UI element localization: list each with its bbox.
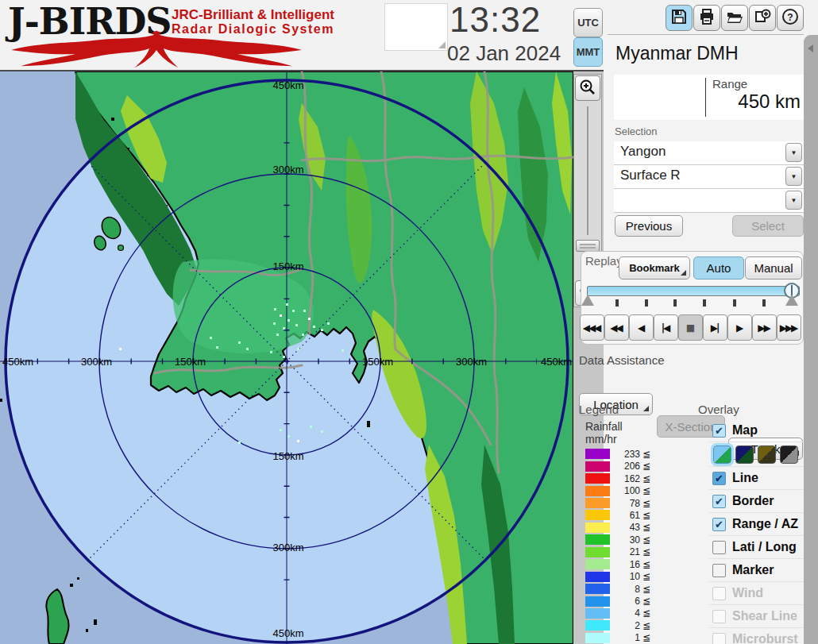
checkbox [712,587,726,600]
resize-grip-icon[interactable] [438,41,446,48]
legend-operator: ≦ [642,584,650,595]
chevron-down-icon[interactable]: ▼ [785,191,802,210]
checkbox [712,633,726,644]
play-button[interactable]: ▶ [727,314,752,341]
timezone-mmt-button[interactable]: MMT [573,37,603,67]
select-button: Select [732,215,804,237]
open-folder-button[interactable] [721,5,748,31]
help-button[interactable]: ? [777,5,804,31]
replay-label: Replay [585,254,623,268]
legend-value: 30 [610,534,640,546]
slider-tick [733,299,736,307]
eagle-logo-icon [5,30,308,73]
legend-value: 10 [610,571,640,582]
legend-value: 78 [610,498,640,509]
station-name: Myanmar DMH [615,43,739,64]
map-style-olive-khaki[interactable] [758,445,776,464]
auto-button[interactable]: Auto [693,256,744,280]
legend-row: 2≦ [585,619,661,631]
legend-value: 1 [610,632,640,643]
previous-button[interactable]: Previous [615,215,683,237]
overlay-list: ✔Map✔Line✔Border✔Range / AZLati / LongMa… [709,419,804,644]
legend-swatch [585,559,610,569]
chevron-down-icon[interactable]: ▼ [785,143,802,162]
checkbox[interactable]: ✔ [712,424,726,438]
station-logo-box[interactable] [384,3,448,51]
legend-swatch [585,584,610,594]
overlay-item-range-az: ✔Range / AZ [709,513,804,536]
legend-operator: ≦ [642,620,650,631]
svg-text:450km: 450km [272,79,303,91]
slider-tick [703,299,706,307]
play-reverse-button[interactable]: ◀ [629,314,654,341]
overlay-item-border: ✔Border [709,490,804,513]
print-button[interactable] [693,5,720,31]
chevron-down-icon[interactable]: ▼ [785,167,802,186]
legend-value: 16 [610,559,640,570]
overlay-item-line: ✔Line [709,467,804,490]
legend-operator: ≦ [642,546,650,557]
forward-fast-button[interactable]: ▶▶ [752,314,777,341]
legend-swatch [585,534,610,545]
zoom-slider-thumb[interactable] [576,240,600,252]
map-area: 450km 300km 150km 150km 300km 450km 450k… [0,71,604,644]
site-dropdown-value: Yangon [620,144,666,160]
zoom-slider-track[interactable] [587,106,588,235]
map-style-blue-green[interactable] [713,445,731,464]
svg-text:300km: 300km [456,356,487,368]
replay-range-end-marker[interactable] [785,295,798,306]
timezone-utc-button[interactable]: UTC [573,8,603,37]
replay-range-start-marker[interactable] [581,295,594,306]
svg-text:?: ? [787,12,793,23]
forward-fastest-button[interactable]: ▶▶▶ [777,314,801,341]
site-dropdown[interactable]: Yangon ▼ [614,141,804,165]
save-button[interactable] [666,5,693,31]
legend-operator: ≦ [642,607,650,619]
legend-value: 8 [610,584,640,595]
checkbox[interactable]: ✔ [712,495,726,508]
playback-controls: ◀◀◀◀◀◀|◀■▶|▶▶▶▶▶▶ [580,314,801,341]
legend-operator: ≦ [642,632,650,643]
overlay-item-shear-line: Shear Line [709,605,804,628]
option-dropdown[interactable]: ▼ [614,189,804,213]
legend-row: 100≦ [585,484,661,496]
overlay-item-map: ✔Map [709,419,804,442]
map-style-navy-darkgreen[interactable] [735,445,754,464]
checkbox[interactable] [712,564,726,577]
overlay-item-wind: Wind [709,582,804,605]
checkbox[interactable] [712,541,726,554]
stop-button[interactable]: ■ [678,314,703,341]
svg-text:300km: 300km [272,542,303,553]
legend-swatch [585,510,610,520]
legend-row: 206≦ [585,460,661,472]
legend-operator: ≦ [642,522,650,533]
checkbox[interactable]: ✔ [712,518,726,531]
range-value: 450 km [707,91,801,113]
rewind-fast-button[interactable]: ◀◀ [604,314,629,341]
product-dropdown-value: Surface R [620,168,681,183]
replay-slider-track[interactable] [587,286,800,296]
skip-start-button[interactable]: |◀ [654,314,678,341]
map-style-black-gray[interactable] [780,445,798,464]
skip-end-button[interactable]: ▶| [703,314,727,341]
product-dropdown[interactable]: Surface R ▼ [614,165,804,189]
range-box-divider [705,78,706,117]
legend-swatch [585,596,610,607]
zoom-in-button[interactable] [575,75,600,101]
bookmark-button[interactable]: Bookmark [619,256,690,280]
add-image-button[interactable] [749,5,776,31]
legend-operator: ≦ [642,596,650,607]
svg-text:150km: 150km [272,260,303,272]
legend-row: 233≦ [585,448,661,460]
rewind-fastest-button[interactable]: ◀◀◀ [580,314,604,341]
legend-operator: ≦ [642,559,650,570]
slider-tick [615,299,619,307]
manual-button[interactable]: Manual [745,256,802,280]
legend-unit-line2: mm/hr [585,433,617,445]
legend-row: 8≦ [585,583,661,595]
panel-collapse-strip[interactable] [804,35,818,644]
overlay-item-label: Border [732,494,774,508]
radar-map[interactable]: 450km 300km 150km 150km 300km 450km 450k… [0,71,573,644]
checkbox[interactable]: ✔ [712,472,726,485]
legend-value: 2 [610,620,640,631]
